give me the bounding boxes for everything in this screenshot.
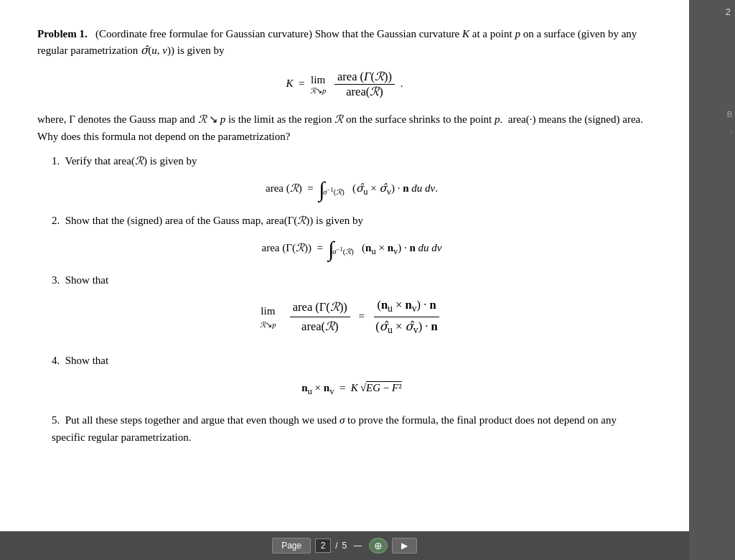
item-2: 2. Show that the (signed) area of the Ga… [52, 212, 652, 258]
item3-result-fraction: (nu × nv) · n (σ̂u × σ̂v) · n [373, 296, 440, 339]
item-2-text: 2. Show that the (signed) area of the Ga… [52, 212, 652, 229]
item-1-text: 1. Verify that area(ℛ) is given by [52, 152, 652, 169]
pdf-page: Problem 1. (Coordinate free formulae for… [0, 0, 689, 560]
item-3-formula: lim ℛ↘p area (Γ(ℛ)) area(ℛ) = (nu × nv) … [52, 296, 652, 339]
lim-symbol: lim ℛ↘p [310, 74, 326, 95]
item-2-formula: area (Γ(ℛ)) = ∫ σ−1(ℛ) (nu × nv) · n du … [52, 239, 652, 258]
sidebar-right: 2 B · [689, 0, 735, 560]
page-separator: / [335, 541, 337, 551]
item-5: 5. Put all these steps together and argu… [52, 411, 652, 446]
problem-title: Problem 1. (Coordinate free formulae for… [37, 26, 652, 58]
problem-number: Problem 1. [37, 28, 88, 39]
item-4: 4. Show that nu × nv = K √EG − F² [52, 352, 652, 398]
item-4-text: 4. Show that [52, 352, 652, 369]
current-page-display [315, 538, 331, 553]
item-3-text: 3. Show that [52, 271, 652, 289]
page-dash: — [351, 541, 365, 551]
area-fraction: area (Γ(ℛ)) area(ℛ) [334, 70, 395, 99]
bottom-toolbar: Page / 5 — ⊕ ▶ [0, 531, 689, 560]
and-word: and [179, 113, 195, 125]
item3-fraction: area (Γ(ℛ)) area(ℛ) [290, 298, 350, 337]
item3-lim: lim ℛ↘p [260, 302, 276, 332]
item-1-formula: area (ℛ) = ∫ σ−1(ℛ) (σ̂u × σ̂v) · n du d… [52, 179, 652, 199]
total-pages: 5 [342, 541, 347, 551]
zoom-plus-btn[interactable]: ⊕ [369, 538, 388, 554]
page-number-input[interactable] [315, 538, 331, 553]
sidebar-page-number: 2 [689, 4, 735, 19]
page-wrapper: Problem 1. (Coordinate free formulae for… [0, 0, 735, 560]
sidebar-marker-1: B [727, 106, 732, 123]
item-3: 3. Show that lim ℛ↘p area (Γ(ℛ)) area(ℛ)… [52, 271, 652, 339]
sidebar-marker-2: · [727, 123, 732, 140]
navigate-btn[interactable]: ▶ [392, 538, 417, 554]
item-5-text: 5. Put all these steps together and argu… [52, 411, 652, 446]
k-limit-formula: K = lim ℛ↘p area (Γ(ℛ)) area(ℛ) . [37, 70, 652, 99]
explanation-text: where, Γ denotes the Gauss map and ℛ ↘ p… [37, 111, 652, 145]
item-4-formula: nu × nv = K √EG − F² [52, 379, 652, 398]
page-label-btn[interactable]: Page [272, 538, 311, 554]
item-1: 1. Verify that area(ℛ) is given by area … [52, 152, 652, 199]
